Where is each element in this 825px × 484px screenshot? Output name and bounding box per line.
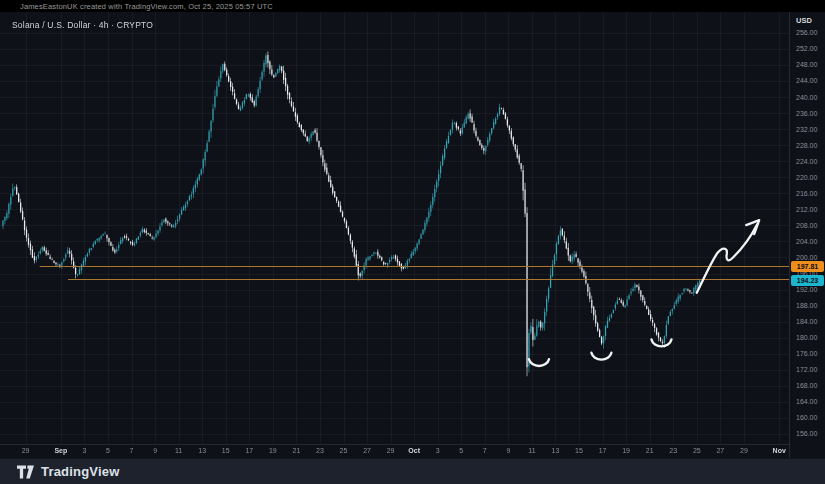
- price-tick-label: 244.00: [796, 77, 817, 84]
- time-tick-label: 17: [599, 447, 607, 454]
- time-tick-label: 7: [130, 447, 134, 454]
- tradingview-snapshot: JamesEastonUK created with TradingView.c…: [0, 0, 825, 484]
- time-tick-label: 27: [363, 447, 371, 454]
- time-tick-label: 29: [740, 447, 748, 454]
- time-tick-label: 21: [292, 447, 300, 454]
- price-tick-label: 240.00: [796, 94, 817, 101]
- price-level-badge: 197.81: [791, 261, 824, 272]
- time-tick-label: 19: [622, 447, 630, 454]
- price-tick-label: 184.00: [796, 318, 817, 325]
- price-tick-label: 220.00: [796, 174, 817, 181]
- time-tick-label: 17: [245, 447, 253, 454]
- price-tick-label: 168.00: [796, 382, 817, 389]
- last-price-badge: 194.23: [791, 275, 824, 286]
- time-tick-label: 29: [22, 447, 30, 454]
- price-tick-label: 236.00: [796, 110, 817, 117]
- price-tick-label: 188.00: [796, 302, 817, 309]
- time-tick-label: 29: [387, 447, 395, 454]
- time-tick-label: 3: [82, 447, 86, 454]
- time-tick-label: 23: [316, 447, 324, 454]
- time-tick-label: 11: [175, 447, 182, 454]
- time-tick-label: 27: [716, 447, 724, 454]
- time-tick-label: 21: [646, 447, 654, 454]
- time-tick-label: 9: [153, 447, 157, 454]
- price-tick-label: 200.00: [796, 254, 817, 261]
- time-tick-label: Nov: [773, 447, 786, 454]
- price-tick-label: 212.00: [796, 206, 817, 213]
- price-tick-label: 228.00: [796, 142, 817, 149]
- price-tick-label: 160.00: [796, 414, 817, 421]
- price-axis[interactable]: USD 197.81 194.23 256.00252.00248.00244.…: [789, 12, 825, 458]
- chart-window: Solana / U.S. Dollar · 4h · CRYPTO USD 1…: [0, 12, 825, 458]
- time-tick-label: 5: [459, 447, 463, 454]
- time-tick-label: 25: [693, 447, 701, 454]
- time-tick-label: 13: [552, 447, 560, 454]
- price-chart-canvas[interactable]: [0, 12, 789, 444]
- price-tick-label: 156.00: [796, 430, 817, 437]
- price-tick-label: 256.00: [796, 29, 817, 36]
- time-tick-label: 5: [106, 447, 110, 454]
- price-tick-label: 216.00: [796, 190, 817, 197]
- price-tick-label: 208.00: [796, 222, 817, 229]
- price-tick-label: 224.00: [796, 158, 817, 165]
- symbol-title[interactable]: Solana / U.S. Dollar · 4h · CRYPTO: [12, 20, 153, 30]
- time-tick-label: 3: [436, 447, 440, 454]
- time-tick-label: 9: [506, 447, 510, 454]
- attribution-text: JamesEastonUK created with TradingView.c…: [20, 2, 273, 11]
- time-tick-label: 15: [575, 447, 583, 454]
- price-tick-label: 232.00: [796, 126, 817, 133]
- price-tick-label: 180.00: [796, 334, 817, 341]
- time-tick-label: 19: [269, 447, 277, 454]
- price-tick-label: 252.00: [796, 45, 817, 52]
- price-tick-label: 176.00: [796, 350, 817, 357]
- currency-label: USD: [796, 16, 812, 25]
- price-tick-label: 172.00: [796, 366, 817, 373]
- time-tick-label: 13: [198, 447, 206, 454]
- price-tick-label: 204.00: [796, 238, 817, 245]
- brand-name[interactable]: TradingView: [41, 464, 120, 479]
- price-tick-label: 192.00: [796, 286, 817, 293]
- time-tick-label: 15: [222, 447, 230, 454]
- time-tick-label: Oct: [408, 447, 420, 454]
- time-tick-label: 25: [340, 447, 348, 454]
- attribution-bar: JamesEastonUK created with TradingView.c…: [0, 0, 825, 12]
- price-tick-label: 164.00: [796, 398, 817, 405]
- time-tick-label: 11: [528, 447, 535, 454]
- time-tick-label: Sep: [54, 447, 67, 454]
- time-axis[interactable]: 29Sep357911131517192123252729Oct35791113…: [0, 444, 789, 458]
- price-tick-label: 248.00: [796, 61, 817, 68]
- time-tick-label: 23: [669, 447, 677, 454]
- tradingview-logo-icon[interactable]: [17, 465, 34, 479]
- time-tick-label: 7: [483, 447, 487, 454]
- footer-bar: TradingView: [0, 458, 825, 484]
